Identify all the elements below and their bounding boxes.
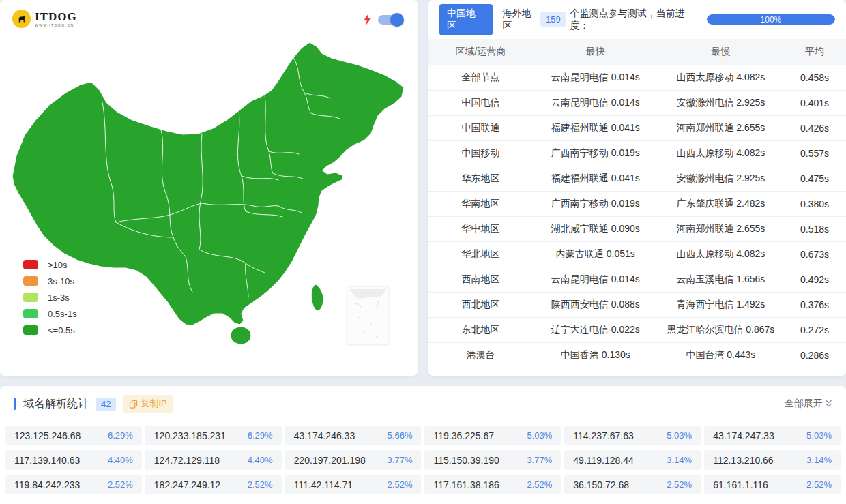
cell-fastest: 广西南宁移动 0.019s [533,191,658,216]
ip-percentage: 3.77% [527,455,552,465]
double-chevron-down-icon [825,400,832,408]
ip-address: 111.42.114.71 [294,479,353,490]
progress-bar: 100% [707,14,835,25]
table-row: 中国电信云南昆明电信 0.014s安徽滁州电信 2.925s0.401s [428,90,846,115]
tab-overseas-region[interactable]: 海外地区 [503,8,541,32]
lightning-icon [363,14,372,25]
cell-region: 西南地区 [428,267,533,292]
legend-label: 3s-10s [48,276,74,286]
dns-panel: 域名解析统计 42 复制IP 全部展开 123.125.246.686.29%1… [0,386,846,504]
logo[interactable]: ITDOG WWW.ITDOG.CN [12,10,77,28]
ip-entry: 114.237.67.635.03% [564,426,701,445]
ip-percentage: 2.52% [806,479,832,490]
legend-item: >10s [23,260,77,269]
cell-region: 港澳台 [428,342,533,368]
ip-address: 49.119.128.44 [573,455,634,466]
taiwan-island [311,284,323,310]
toggle-knob [390,13,404,27]
cell-fastest: 云南昆明电信 0.014s [533,65,658,90]
copy-ip-button[interactable]: 复制IP [123,395,173,413]
ip-percentage: 2.52% [667,479,692,490]
legend-label: <=0.5s [48,325,75,336]
ip-percentage: 3.77% [388,455,413,465]
table-header-row: 区域/运营商 最快 最慢 平均 [428,39,846,65]
ip-percentage: 4.40% [108,455,133,465]
section-accent-bar [14,398,16,410]
ip-percentage: 5.03% [806,430,832,441]
expand-all-button[interactable]: 全部展开 [785,398,832,410]
monitor-label: 个监测点参与测试，当前进度： [570,8,703,32]
legend-label: 1s-3s [48,293,70,303]
cell-average: 0.673s [783,241,846,267]
ip-address: 43.174.247.33 [713,430,774,441]
cell-slowest: 黑龙江哈尔滨电信 0.867s [658,317,784,342]
ip-percentage: 2.52% [527,479,552,490]
cell-average: 0.376s [783,292,846,317]
tab-china-region[interactable]: 中国地区 [439,4,493,35]
legend-swatch [23,293,38,302]
cell-fastest: 湖北咸宁联通 0.090s [533,216,658,241]
cell-average: 0.380s [783,191,846,216]
legend-swatch [23,309,38,318]
cell-average: 0.458s [783,65,846,90]
ip-entry: 43.174.247.335.03% [704,426,841,445]
brand-url: WWW.ITDOG.CN [35,24,77,27]
cell-slowest: 山西太原移动 4.082s [658,65,784,90]
cell-region: 华东地区 [428,166,533,191]
legend-item: <=0.5s [23,325,77,335]
ip-address: 119.36.225.67 [433,430,494,441]
table-row: 西南地区云南昆明电信 0.014s云南玉溪电信 1.656s0.492s [428,267,846,292]
ip-percentage: 5.03% [527,430,552,441]
cell-slowest: 中国台湾 0.443s [658,342,784,368]
legend-swatch [23,325,38,335]
ip-address: 120.233.185.231 [154,430,226,441]
cell-region: 中国移动 [428,140,533,166]
table-row: 华北地区内蒙古联通 0.051s山西太原移动 4.082s0.673s [428,241,846,267]
col-header-slowest: 最慢 [658,39,784,65]
ip-percentage: 4.40% [248,455,273,465]
ip-address: 115.150.39.190 [433,455,499,466]
progress-fill: 100% [707,14,835,25]
ip-address: 182.247.249.12 [154,479,220,490]
legend-item: 3s-10s [23,276,77,286]
ip-address: 112.13.210.66 [713,455,774,466]
ip-entry: 220.197.201.1983.77% [285,450,422,470]
ip-percentage: 5.66% [388,430,413,441]
ip-entry: 123.125.246.686.29% [5,426,142,445]
cell-slowest: 青海西宁电信 1.492s [658,292,784,317]
hainan-island [231,327,251,344]
ip-percentage: 5.03% [667,430,692,441]
table-row: 东北地区辽宁大连电信 0.022s黑龙江哈尔滨电信 0.867s0.272s [428,317,846,342]
ip-entry: 111.42.114.712.52% [285,475,422,494]
table-row: 西北地区陕西西安电信 0.088s青海西宁电信 1.492s0.376s [428,292,846,317]
results-table-body: 全部节点云南昆明电信 0.014s山西太原移动 4.082s0.458s中国电信… [428,65,846,368]
cell-average: 0.518s [783,216,846,241]
table-row: 华东地区福建福州联通 0.041s安徽滁州电信 2.925s0.475s [428,166,846,191]
ip-percentage: 2.52% [248,479,273,490]
ip-address: 119.84.242.233 [14,479,80,490]
copy-icon [129,400,138,409]
map-panel: ITDOG WWW.ITDOG.CN >10s3s-10s1s-3s0.5s-1… [0,0,418,376]
cell-slowest: 安徽滁州电信 2.925s [658,90,784,115]
ip-address: 123.125.246.68 [14,430,81,441]
cell-fastest: 陕西西安电信 0.088s [533,292,658,317]
ip-address: 124.72.129.118 [154,455,220,466]
expand-all-label: 全部展开 [785,398,823,410]
ip-percentage: 6.29% [108,430,133,441]
speed-mode-toggle[interactable] [378,15,403,25]
progress-value: 100% [761,15,782,25]
cell-slowest: 河南郑州联通 2.655s [658,216,784,241]
results-header: 中国地区 海外地区 159 个监测点参与测试，当前进度： 100% [428,0,846,39]
table-row: 港澳台中国香港 0.130s中国台湾 0.443s0.286s [428,342,846,368]
ip-entry: 36.150.72.682.52% [564,475,701,494]
ip-entry: 49.119.128.443.14% [564,450,701,470]
ip-percentage: 2.52% [108,479,133,490]
dog-icon [15,12,29,26]
cell-slowest: 山西太原移动 4.082s [658,241,784,267]
brand-name: ITDOG [35,11,77,23]
cell-region: 中国联通 [428,115,533,140]
ip-entry: 119.36.225.675.03% [424,426,561,445]
cell-fastest: 福建福州联通 0.041s [533,115,658,140]
cell-region: 东北地区 [428,317,533,342]
cell-fastest: 中国香港 0.130s [533,342,658,368]
